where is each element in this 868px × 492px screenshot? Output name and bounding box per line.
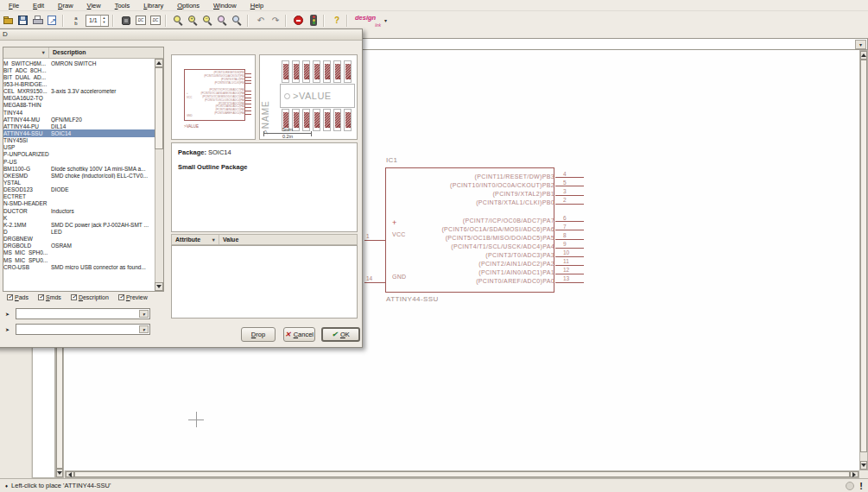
dropdown-icon[interactable]: ▾ xyxy=(139,325,149,333)
list-item[interactable]: BIT_ADC_8CH... xyxy=(3,66,155,73)
menu-item[interactable]: File xyxy=(2,1,26,10)
list-item[interactable]: TINY45SI xyxy=(3,137,155,144)
list-item[interactable]: DRGBNEW xyxy=(3,236,155,243)
stop-icon[interactable] xyxy=(293,15,305,27)
save-icon[interactable] xyxy=(17,15,29,27)
menu-item[interactable]: Edit xyxy=(26,1,51,10)
value-column-header[interactable]: Value xyxy=(219,235,357,244)
list-item[interactable]: K xyxy=(3,214,155,221)
redo-icon[interactable]: ↷ xyxy=(269,15,282,27)
attribute-column-header[interactable]: Attribute▼ xyxy=(172,235,219,244)
designlink-logo[interactable]: design link xyxy=(355,15,383,27)
script-icon[interactable] xyxy=(120,15,132,27)
print-icon[interactable] xyxy=(32,15,44,27)
list-item[interactable]: MS_MIC_SPU0... xyxy=(3,256,155,263)
name-column-header[interactable]: ▼ xyxy=(3,47,49,58)
filter-checkbox[interactable]: Pads xyxy=(7,294,29,300)
list-item[interactable]: DUCTOR Inductors xyxy=(3,207,155,214)
help-icon[interactable]: ? xyxy=(331,15,343,27)
canvas-horizontal-scrollbar[interactable] xyxy=(65,470,859,478)
command-dropdown-icon[interactable]: ▾ xyxy=(855,40,866,49)
list-item[interactable]: USP xyxy=(3,144,155,151)
search-input-2[interactable]: ▾ xyxy=(16,324,150,335)
pin-line: 6 xyxy=(554,216,584,224)
menu-item[interactable]: Draw xyxy=(51,1,80,10)
list-item[interactable]: 953-H-BRIDGE... xyxy=(3,80,155,87)
description-column-header[interactable]: Description xyxy=(49,47,163,58)
list-item[interactable]: MS_MIC_SPH0... xyxy=(3,249,155,256)
parts-list-scrollbar[interactable] xyxy=(155,59,163,291)
scroll-down-button[interactable] xyxy=(860,461,867,470)
list-item[interactable]: CEL_MXR9150... 3-axis 3.3V accelerometer xyxy=(3,88,155,95)
list-item[interactable]: MEGA16U2-TQ xyxy=(3,95,155,102)
display-grid-icon[interactable]: DC xyxy=(149,15,162,27)
sort-dropdown-icon[interactable]: ▼ xyxy=(212,237,216,243)
undo-icon[interactable]: ↶ xyxy=(255,15,267,27)
checkbox-checked-icon[interactable] xyxy=(38,294,44,300)
drop-button[interactable]: Drop xyxy=(241,327,276,342)
dropdown-icon[interactable]: ▾ xyxy=(139,310,149,318)
export-icon[interactable] xyxy=(47,15,59,27)
list-item[interactable]: N-SMD-HEADER xyxy=(3,200,155,207)
list-item[interactable]: DESOD123 DIODE xyxy=(3,186,155,193)
sheet-selector[interactable]: 1/1 ▲▼ xyxy=(86,15,109,27)
zoom-redraw-icon[interactable] xyxy=(231,15,244,27)
menu-item[interactable]: Window xyxy=(206,1,244,10)
zoom-out-icon[interactable]: − xyxy=(202,15,214,27)
filter-checkbox[interactable]: Description xyxy=(71,294,109,300)
filter-checkbox[interactable]: Preview xyxy=(118,294,148,300)
display-layers-icon[interactable]: DC xyxy=(135,15,147,27)
menu-item[interactable]: View xyxy=(80,1,108,10)
designlink-dropdown-icon[interactable]: ▾ xyxy=(384,17,387,23)
cancel-button[interactable]: ✕Cancel xyxy=(283,327,315,342)
dialog-title-bar[interactable]: D xyxy=(0,29,362,41)
open-icon[interactable] xyxy=(3,15,15,27)
ratio-icon[interactable]: ab xyxy=(70,15,82,27)
scroll-down-button[interactable] xyxy=(56,469,63,477)
error-indicator-icon[interactable]: ! xyxy=(859,481,863,491)
list-item[interactable]: ATTINY44-SSU SOIC14 xyxy=(3,129,155,136)
list-item[interactable]: MEGA88-THIN xyxy=(3,102,155,109)
menu-item[interactable]: Help xyxy=(244,1,270,10)
list-item[interactable]: ATTINY44-PU DIL14 xyxy=(3,123,155,129)
list-item[interactable]: P-US xyxy=(3,158,155,165)
scroll-up-button[interactable] xyxy=(860,51,867,60)
list-item[interactable]: YSTAL xyxy=(3,179,155,186)
list-item[interactable]: TINY44 xyxy=(3,109,155,116)
menu-item[interactable]: Options xyxy=(170,1,206,10)
checkbox-checked-icon[interactable] xyxy=(7,294,13,300)
list-item[interactable]: BIT_DUAL_AD... xyxy=(3,73,155,80)
part-name: BIT_ADC_8CH... xyxy=(3,67,51,73)
canvas-vertical-scrollbar[interactable] xyxy=(859,50,868,470)
list-item[interactable]: DRGBOLD OSRAM xyxy=(3,243,155,249)
menu-item[interactable]: Tools xyxy=(108,1,137,10)
component-symbol[interactable]: (PCINT11/RESET/DW)PB3 4 (PCINT10/INT0/OC… xyxy=(385,167,554,293)
scroll-left-button[interactable] xyxy=(66,471,74,477)
filter-checkbox[interactable]: Smds xyxy=(38,294,61,300)
list-item[interactable]: P-UNPOLARIZED xyxy=(3,151,155,158)
list-item[interactable]: K-2.1MM SMD DC power jack PJ-002AH-SMT .… xyxy=(3,221,155,228)
menu-item[interactable]: Library xyxy=(136,1,170,10)
zoom-in-icon[interactable]: + xyxy=(187,15,200,27)
list-item[interactable]: BM1100-G Diode schottky 100V 1A mini-SMA… xyxy=(3,165,155,172)
list-item[interactable]: CRO-USB SMD micro USB connector as found… xyxy=(3,263,155,270)
ok-button[interactable]: ✔OK xyxy=(321,327,360,342)
list-item[interactable]: ECTRET xyxy=(3,193,155,200)
list-item[interactable]: M_SWITCH6M... OMRON SWITCH xyxy=(3,60,155,66)
erc-traffic-light-icon[interactable] xyxy=(307,15,320,27)
checkbox-checked-icon[interactable] xyxy=(118,294,124,300)
list-item[interactable]: D LED xyxy=(3,228,155,235)
scroll-up-button[interactable] xyxy=(155,59,163,67)
checkbox-checked-icon[interactable] xyxy=(71,294,77,300)
list-item[interactable]: OKESMD SMD choke (inductor/coil) ELL-CTV… xyxy=(3,172,155,179)
parts-list[interactable]: M_SWITCH6M... OMRON SWITCH BIT_ADC_8CH..… xyxy=(3,60,155,291)
list-item[interactable]: ATTINY44-MU QFN/MLF20 xyxy=(3,116,155,123)
part-name: DUCTOR xyxy=(3,208,51,214)
zoom-select-icon[interactable] xyxy=(217,15,229,27)
scroll-down-button[interactable] xyxy=(155,282,163,291)
scroll-right-button[interactable] xyxy=(850,471,858,477)
zoom-fit-icon[interactable] xyxy=(173,15,185,27)
search-input-1[interactable]: ▾ xyxy=(16,308,150,319)
sheet-spin-arrows[interactable]: ▲▼ xyxy=(100,16,107,26)
sort-dropdown-icon[interactable]: ▼ xyxy=(41,50,46,55)
